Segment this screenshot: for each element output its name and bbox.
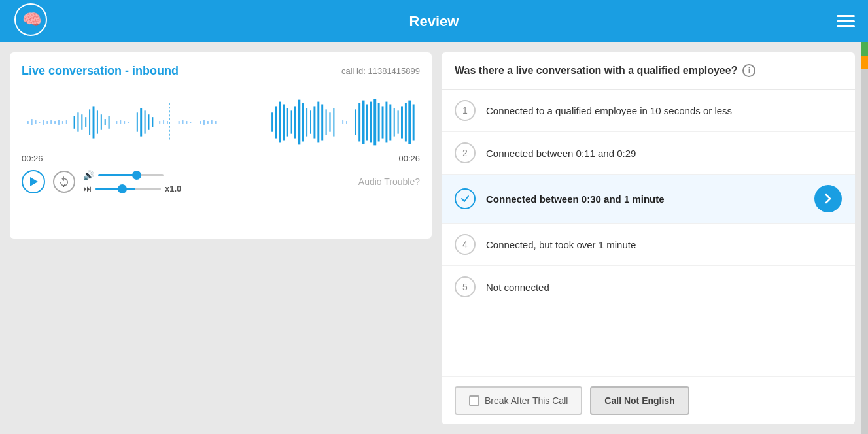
- call-id: call id: 11381415899: [341, 66, 420, 76]
- orange-accent: [861, 56, 868, 69]
- option-1[interactable]: 1 Connected to a qualified employee in 1…: [442, 90, 855, 132]
- volume-row: 🔊: [83, 170, 181, 180]
- option-3[interactable]: Connected between 0:30 and 1 minute: [442, 175, 855, 224]
- waveform: [22, 96, 420, 148]
- info-icon[interactable]: i: [742, 64, 755, 77]
- skip-back-button[interactable]: 7: [53, 171, 75, 193]
- options-list: 1 Connected to a qualified employee in 1…: [442, 90, 855, 376]
- option-label-2: Connected between 0:11 and 0:29: [486, 148, 842, 159]
- svg-text:🧠: 🧠: [22, 10, 42, 29]
- time-start: 00:26: [22, 154, 43, 163]
- call-header: Live conversation - inbound call id: 113…: [22, 64, 420, 86]
- call-title: Live conversation - inbound: [22, 64, 179, 78]
- time-end: 00:26: [398, 154, 420, 163]
- call-not-english-button[interactable]: Call Not English: [590, 386, 689, 415]
- option-label-4: Connected, but took over 1 minute: [486, 239, 842, 250]
- play-button[interactable]: [22, 170, 45, 193]
- option-5[interactable]: 5 Not connected: [442, 266, 855, 308]
- option-label-1: Connected to a qualified employee in 10 …: [486, 105, 842, 116]
- option-label-5: Not connected: [486, 282, 842, 293]
- break-checkbox: [469, 395, 479, 406]
- svg-marker-80: [30, 177, 38, 186]
- bottom-buttons: Break After This Call Call Not English: [442, 376, 855, 424]
- time-display: 00:26 00:26: [22, 154, 420, 163]
- slider-group: 🔊 ⏭ x1.0: [83, 170, 181, 193]
- volume-icon: 🔊: [83, 170, 94, 180]
- option-2[interactable]: 2 Connected between 0:11 and 0:29: [442, 132, 855, 175]
- speed-label: x1.0: [165, 184, 181, 193]
- side-accent-bar: [861, 42, 868, 434]
- option-circle-4: 4: [455, 234, 476, 255]
- page-title: Review: [409, 13, 459, 30]
- volume-slider[interactable]: [98, 174, 164, 176]
- waveform-svg: [22, 96, 420, 148]
- audio-player-panel: Live conversation - inbound call id: 113…: [10, 52, 432, 239]
- question-header: Was there a live conversation with a qua…: [442, 52, 855, 90]
- not-english-label: Call Not English: [604, 395, 674, 406]
- green-accent: [861, 42, 868, 56]
- break-label: Break After This Call: [485, 395, 568, 406]
- option-circle-3: [455, 188, 476, 209]
- speed-row: ⏭ x1.0: [83, 184, 181, 193]
- option-label-3: Connected between 0:30 and 1 minute: [486, 193, 814, 205]
- app-header: 🧠 Review: [0, 0, 868, 42]
- review-panel: Was there a live conversation with a qua…: [442, 52, 855, 424]
- audio-trouble-link[interactable]: Audio Trouble?: [358, 176, 420, 187]
- playback-controls: 7 🔊 ⏭ x1.0 Audio Trouble?: [22, 170, 420, 193]
- menu-button[interactable]: [837, 15, 855, 27]
- option-4[interactable]: 4 Connected, but took over 1 minute: [442, 224, 855, 266]
- main-content: Live conversation - inbound call id: 113…: [0, 42, 868, 434]
- option-circle-5: 5: [455, 276, 476, 297]
- next-button[interactable]: [814, 185, 842, 212]
- logo: 🧠: [13, 2, 49, 41]
- question-text: Was there a live conversation with a qua…: [455, 65, 737, 76]
- speed-icon: ⏭: [83, 184, 92, 193]
- option-circle-2: 2: [455, 142, 476, 163]
- speed-slider[interactable]: [95, 188, 161, 190]
- option-circle-1: 1: [455, 100, 476, 121]
- break-after-call-button[interactable]: Break After This Call: [455, 386, 582, 415]
